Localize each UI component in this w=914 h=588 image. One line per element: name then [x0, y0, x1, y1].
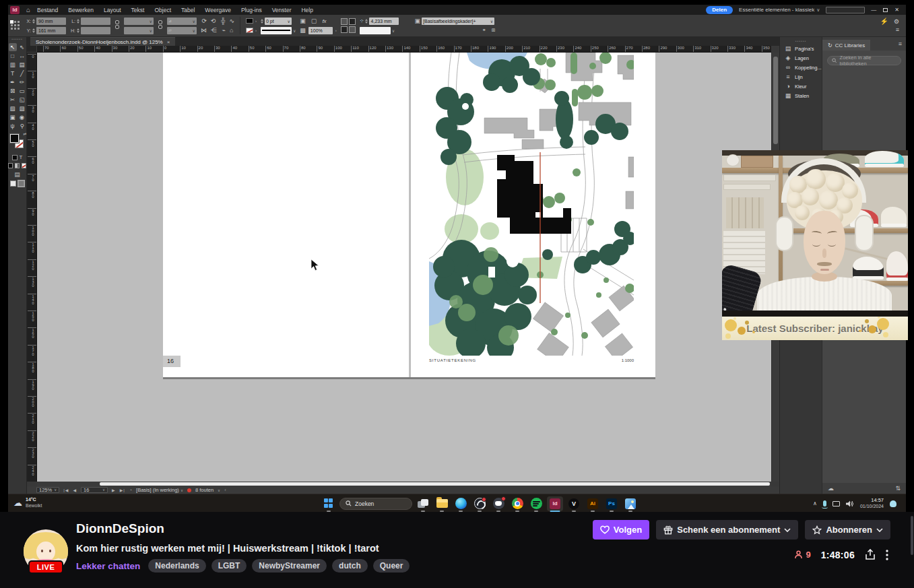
vertical-scroll-thumb[interactable] — [773, 57, 778, 144]
panel-menu-icon[interactable]: ≡ — [899, 40, 906, 47]
rectangle-tool[interactable]: ▭ — [18, 87, 26, 95]
menu-item[interactable]: Tabel — [181, 7, 195, 13]
menu-item[interactable]: Layout — [104, 7, 121, 13]
style-override-icon[interactable]: ⚭ — [482, 27, 486, 34]
scissors-tool[interactable]: ✂ — [9, 96, 17, 104]
text-wrap-icons[interactable] — [341, 18, 356, 33]
object-style-select[interactable]: [Basisafbeeldingskader]+∨ — [422, 18, 494, 25]
stream-tag[interactable]: Nederlands — [148, 559, 205, 573]
home-icon[interactable]: ⌂ — [26, 7, 30, 13]
content-collector-tool[interactable]: ▥ — [9, 61, 17, 69]
gradient-tool[interactable]: ▧ — [9, 104, 17, 112]
menu-item[interactable]: Weergave — [205, 7, 231, 13]
stream-tag[interactable]: Queer — [373, 559, 410, 573]
photoshop-icon[interactable]: Ps — [603, 496, 620, 511]
content-placer-tool[interactable]: ▤ — [18, 61, 26, 69]
restore-button[interactable] — [883, 8, 888, 12]
stream-tag[interactable]: NewbyStreamer — [252, 559, 327, 573]
line-tool[interactable]: ╱ — [18, 69, 26, 77]
share-button[interactable]: Delen — [706, 6, 733, 14]
stroke-panel[interactable]: ≡ Lijn — [780, 72, 822, 81]
fit-content-icon[interactable]: ∿ — [229, 18, 234, 24]
v-app-icon[interactable]: V — [566, 496, 582, 511]
align-center-icon[interactable]: ⌁ — [222, 27, 226, 34]
type-tool[interactable]: T — [9, 69, 17, 77]
microphone-icon[interactable] — [823, 500, 826, 507]
apply-to-text-icon[interactable]: T — [20, 154, 23, 160]
menu-item[interactable]: Tekst — [131, 7, 145, 13]
swatches-panel[interactable]: ▦ Stalen — [780, 91, 822, 100]
menu-item[interactable]: Help — [301, 7, 313, 13]
discord-icon[interactable] — [490, 496, 507, 511]
preflight-profile[interactable]: [Basis] (In werking) ∨ — [136, 487, 183, 493]
clear-overrides-icon[interactable]: ⊞ — [492, 27, 496, 34]
close-button[interactable]: ✕ — [894, 7, 899, 13]
page-number-select[interactable]: 16∨ — [81, 487, 108, 493]
flip-horizontal-icon[interactable]: ⋈ — [201, 27, 207, 34]
subscribe-button[interactable]: Abonneren — [805, 520, 890, 540]
page-tool[interactable]: □ — [9, 52, 17, 60]
constrain-scale-icon[interactable] — [158, 20, 163, 31]
shear-select[interactable]: ▱∨ — [167, 27, 197, 34]
file-explorer-icon[interactable] — [434, 496, 450, 511]
fill-swatch[interactable] — [10, 134, 19, 143]
frame-icon[interactable]: ▢ — [311, 18, 317, 24]
document-tab[interactable]: Scholenonderzoek-DionnHoeijenbosch.indd … — [30, 37, 175, 46]
rotation-select[interactable]: ⊿∨ — [167, 18, 197, 25]
ruler-origin-box[interactable] — [27, 46, 37, 53]
fill-color-swatch[interactable] — [246, 18, 253, 24]
photos-icon[interactable] — [622, 496, 639, 511]
selection-tool[interactable]: ↖ — [9, 43, 17, 51]
last-page-button[interactable]: ▶| — [120, 488, 125, 492]
minimize-button[interactable]: — — [871, 7, 876, 13]
stepper[interactable] — [32, 19, 35, 24]
rotate-cw-icon[interactable]: ⟳ — [201, 18, 207, 24]
tab-close-icon[interactable]: × — [167, 39, 170, 45]
menu-item[interactable]: Plug-ins — [241, 7, 262, 13]
lightning-icon[interactable]: ⚡ — [880, 18, 888, 25]
stroke-weight-select[interactable]: 0 pt∨ — [265, 18, 292, 25]
volume-icon[interactable] — [846, 500, 854, 507]
stream-tag[interactable]: dutch — [332, 559, 368, 573]
stroke-color-swatch[interactable] — [246, 28, 253, 33]
horizontal-scroll-thumb[interactable] — [100, 482, 770, 486]
free-transform-tool[interactable]: ◱ — [18, 96, 26, 104]
menu-item[interactable]: Bestand — [37, 7, 58, 13]
pen-tool[interactable]: ✒ — [9, 78, 17, 86]
zoom-tool[interactable]: ⚲ — [18, 122, 26, 130]
task-view-icon[interactable] — [415, 496, 431, 511]
fill-stroke-proxy[interactable]: ⇄ — [9, 133, 26, 152]
start-button[interactable] — [321, 496, 337, 511]
stepper[interactable] — [261, 19, 263, 24]
panel-drag-handle[interactable]: •••••• — [780, 38, 822, 44]
scale-y-select[interactable]: ∨ — [124, 27, 154, 34]
follow-button[interactable]: Volgen — [593, 520, 649, 540]
width-field[interactable] — [81, 18, 110, 25]
panel-menu-icon[interactable]: ≡ — [896, 26, 899, 33]
rotate-ccw-icon[interactable]: ⟲ — [211, 18, 216, 24]
layers-panel[interactable]: ◈ Lagen — [780, 53, 822, 63]
indesign-taskbar-icon[interactable]: Id — [547, 496, 563, 511]
filter-icon[interactable]: ⇅ — [895, 485, 901, 492]
horizontal-scrollbar[interactable] — [37, 482, 771, 486]
illustrator-icon[interactable]: Ai — [585, 496, 601, 511]
taskbar-weather-widget[interactable]: ☁ 14°CBewolkt — [13, 496, 42, 509]
effects-button[interactable]: fx — [322, 18, 326, 24]
stepper[interactable] — [77, 19, 79, 24]
app-search-input[interactable] — [826, 7, 865, 13]
channel-name[interactable]: DionnDeSpion — [76, 521, 164, 536]
reference-point-proxy[interactable] — [11, 21, 20, 30]
taskbar-search-input[interactable]: Zoeken — [339, 498, 412, 510]
error-count[interactable]: 8 fouten — [195, 487, 214, 493]
spotify-icon[interactable] — [528, 496, 544, 511]
obs-icon[interactable] — [471, 496, 488, 511]
view-options-icon[interactable]: ▤ — [14, 171, 20, 178]
apply-none-icon[interactable] — [22, 163, 26, 168]
zoom-level-select[interactable]: 125%∨ — [36, 487, 59, 493]
library-search-input[interactable]: Zoeken in alle bibliotheken — [827, 56, 901, 65]
swap-fill-stroke-icon[interactable]: ⇄ — [23, 131, 26, 136]
previous-page-button[interactable]: ◀ — [73, 488, 77, 492]
stroke-style-select[interactable] — [261, 27, 292, 34]
cc-libraries-tab[interactable]: ↻CC Libraries — [822, 40, 870, 51]
stepper[interactable] — [32, 28, 35, 33]
